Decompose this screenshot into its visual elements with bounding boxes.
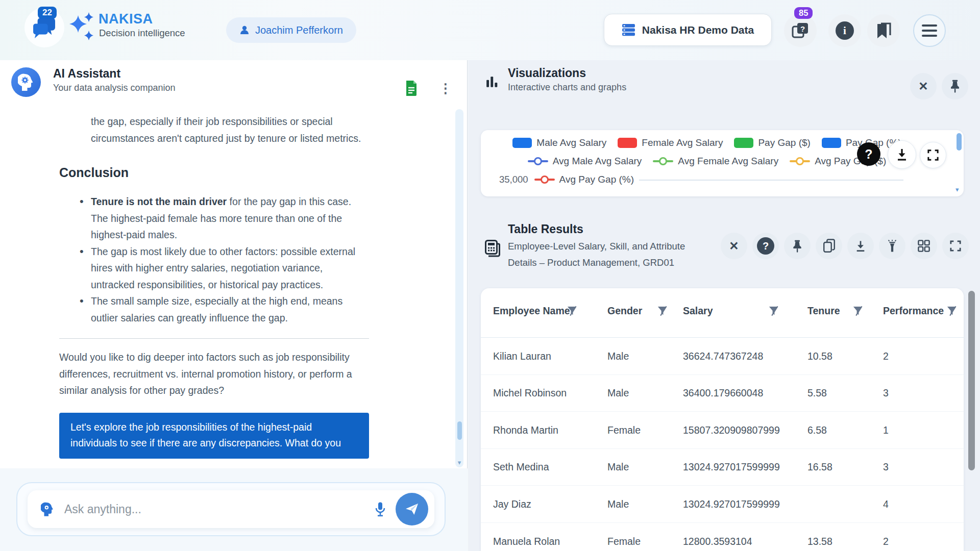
cell-gender: Female [607,424,641,436]
spreadsheet-icon [405,81,418,96]
chart-scrollbar[interactable]: ▾ [957,133,962,193]
legend-label: Avg Male Avg Salary [553,156,642,167]
table-highlight-button[interactable] [879,233,905,259]
right-panel: Visualizations Interactive charts and gr… [468,60,980,551]
copy-icon [823,239,836,253]
dataset-button-label: Nakisa HR Demo Data [642,24,754,36]
ask-anything-input[interactable] [63,502,365,517]
fullscreen-icon [927,149,939,161]
table-results-subtitle-line1: Employee-Level Salary, Skill, and Attrib… [508,238,685,255]
question-icon: ? [865,147,872,162]
cell-salary: 36624.747367248 [683,350,763,362]
legend-label: Male Avg Salary [536,137,606,148]
filter-icon[interactable] [657,306,668,316]
chat-scrollbar[interactable]: ▾ [455,109,463,467]
brand-name: NAKISA [99,11,153,27]
visualizations-subtitle: Interactive charts and graphs [508,82,626,93]
sparkles-icon [67,11,95,43]
table-layout-button[interactable] [911,233,937,259]
message-divider [59,338,369,339]
filter-icon[interactable] [946,306,957,316]
assistant-menu-button[interactable]: ⋮ [439,82,452,95]
table-download-button[interactable] [847,233,874,259]
legend-item[interactable]: Avg Pay Gap (%) [534,174,634,185]
filter-icon[interactable] [567,306,577,316]
scroll-down-arrow[interactable]: ▾ [955,186,959,193]
chat-scroll-area[interactable]: the gap, especially if their job respons… [0,108,468,468]
question-icon: ? [757,237,774,255]
chart-scrollbar-thumb[interactable] [957,133,962,151]
close-icon: ✕ [918,80,928,93]
table-fullscreen-button[interactable] [942,233,969,259]
legend-item[interactable]: Female Avg Salary [618,137,723,148]
legend-item[interactable]: Male Avg Salary [512,137,606,148]
user-icon [239,25,250,35]
user-menu[interactable]: Joachim Pefferkorn [226,17,356,43]
cell-tenure: 5.58 [807,387,827,399]
close-visualizations-button[interactable]: ✕ [910,73,937,99]
cell-employee-name: Jay Diaz [493,498,531,510]
legend-item[interactable]: Avg Female Avg Salary [653,156,778,167]
legend-label: Avg Female Avg Salary [678,156,778,167]
cell-employee-name: Michel Robinson [493,387,567,399]
panel-scrollbar-thumb[interactable] [968,291,975,470]
legend-line-marker [790,157,810,165]
table-header-row: Employee Name Gender Salary Tenure Perfo… [481,288,964,338]
cell-performance: 4 [883,498,889,510]
svg-text:?: ? [800,24,805,33]
cell-salary: 12800.3593104 [683,535,752,547]
send-button[interactable] [396,493,428,525]
bookmarks-button[interactable] [867,14,900,47]
scroll-down-arrow[interactable]: ▾ [455,459,463,466]
table-row: Rhonda Martin Female 15807.320909807999 … [481,412,964,449]
cell-performance: 2 [883,535,889,547]
close-icon: ✕ [729,239,739,253]
info-button[interactable]: i [828,14,861,47]
legend-row-third: 35,000 Avg Pay Gap (%) [499,174,634,185]
legend-label: Female Avg Salary [642,137,723,148]
help-count-badge: 85 [794,7,813,19]
main-menu-button[interactable] [913,14,946,47]
download-icon [855,240,866,253]
table-help-button[interactable]: ? [752,233,779,259]
chart-help-button[interactable]: ? [857,142,880,166]
dataset-selector-button[interactable]: Nakisa HR Demo Data [604,14,772,46]
export-sheet-button[interactable] [405,81,418,96]
info-icon: i [836,21,854,40]
suggestion-chip[interactable]: Let's explore the job responsibilities o… [59,413,369,459]
legend-item[interactable]: Avg Male Avg Salary [528,156,642,167]
filter-icon[interactable] [852,306,863,316]
assistant-message: the gap, especially if their job respons… [59,113,369,459]
column-header-performance: Performance [883,305,944,317]
help-cards-button[interactable]: ? [784,14,817,47]
download-icon [896,148,908,161]
results-table: Employee Name Gender Salary Tenure Perfo… [481,288,964,551]
visualizations-title: Visualizations [508,66,586,80]
legend-line-marker [653,157,673,165]
filter-icon[interactable] [768,306,779,316]
pin-icon [949,79,961,93]
legend-swatch [822,138,841,148]
table-pin-button[interactable] [784,233,811,259]
ask-input-container [16,482,446,536]
table-row: Seth Medina Male 13024.927017599999 16.5… [481,449,964,486]
followup-question: Would you like to dig deeper into factor… [59,349,369,399]
cell-tenure: 10.58 [807,350,832,362]
chat-scrollbar-thumb[interactable] [457,421,462,440]
cell-gender: Male [607,498,629,510]
brand-tagline: Decision intelligence [99,28,185,39]
user-name: Joachim Pefferkorn [255,24,343,36]
table-close-button[interactable]: ✕ [721,233,747,259]
chart-fullscreen-button[interactable] [920,142,946,168]
legend-item[interactable]: Pay Gap ($) [734,137,810,148]
bookmark-icon [875,22,892,39]
microphone-icon[interactable] [374,502,386,517]
column-header-salary: Salary [683,305,713,317]
column-header-gender: Gender [607,305,642,317]
table-row: Kilian Lauran Male 36624.747367248 10.58… [481,338,964,375]
table-row: Michel Robinson Male 36400.179660048 5.5… [481,375,964,412]
chart-download-button[interactable] [888,140,916,169]
table-copy-button[interactable] [816,233,842,259]
pin-visualizations-button[interactable] [942,73,968,99]
cell-performance: 2 [883,350,889,362]
